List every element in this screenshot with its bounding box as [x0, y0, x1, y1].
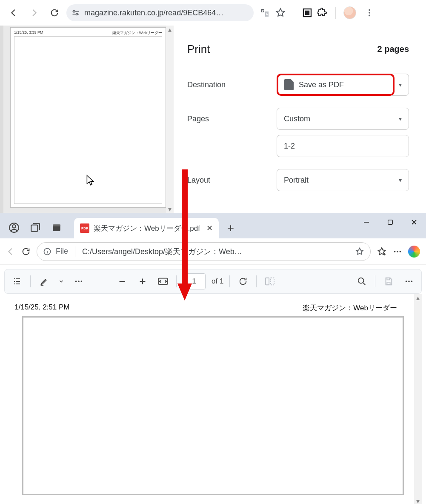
- chevron-down-icon: ▾: [399, 177, 402, 183]
- pdf-doc-title: 楽天マガジン：Webリーダー: [303, 303, 397, 313]
- svg-point-26: [411, 281, 413, 282]
- zoom-in-icon[interactable]: [135, 274, 150, 289]
- chrome-toolbar: magazine.rakuten.co.jp/read/9ECB464…: [0, 0, 426, 26]
- pages-range-value: 1-2: [284, 142, 295, 151]
- chrome-window: magazine.rakuten.co.jp/read/9ECB464…: [0, 0, 426, 213]
- edge-titlebar: PDF 楽天マガジン：Webリーダー.pdf ✕: [0, 213, 426, 238]
- svg-point-24: [406, 281, 407, 282]
- site-settings-icon[interactable]: [71, 9, 80, 17]
- minimize-button[interactable]: [355, 213, 378, 232]
- reload-button[interactable]: [21, 247, 31, 256]
- scroll-down-icon[interactable]: ▾: [414, 497, 422, 504]
- destination-label: Destination: [187, 80, 277, 89]
- scroll-up-icon[interactable]: ▴: [414, 294, 422, 301]
- svg-point-19: [81, 281, 83, 282]
- extensions-icon[interactable]: [317, 8, 328, 18]
- preview-scrollbar[interactable]: ▴ ▾: [166, 26, 174, 213]
- toolbar-right: [260, 6, 374, 19]
- svg-point-1: [76, 13, 77, 15]
- menu-icon[interactable]: [365, 8, 374, 17]
- close-tab-icon[interactable]: ✕: [206, 223, 213, 233]
- edge-toolbar: File C:/Users/angel/Desktop/楽天マガジン：Web…: [0, 238, 426, 265]
- window-controls: [355, 213, 426, 232]
- print-preview: 1/15/25, 3:39 PM 楽天マガジン：Webリーダー ▴ ▾: [0, 26, 174, 213]
- print-dialog: 1/15/25, 3:39 PM 楽天マガジン：Webリーダー ▴ ▾ Prin…: [0, 26, 426, 213]
- pdf-scrollbar[interactable]: ▴ ▾: [414, 294, 422, 504]
- star-icon[interactable]: [355, 247, 364, 256]
- collections-icon[interactable]: [51, 222, 62, 233]
- print-title: Print: [187, 43, 210, 56]
- profile-avatar[interactable]: [343, 6, 356, 19]
- maximize-button[interactable]: [378, 213, 402, 232]
- pages-range-input[interactable]: 1-2: [277, 135, 409, 157]
- more-icon[interactable]: [393, 247, 402, 256]
- page-total: of 1: [212, 277, 223, 286]
- new-tab-button[interactable]: [222, 220, 239, 237]
- fit-width-icon[interactable]: [156, 274, 170, 289]
- preview-timestamp: 1/15/25, 3:39 PM: [14, 30, 43, 34]
- forward-button[interactable]: [26, 4, 43, 21]
- pdf-viewer[interactable]: 1/15/25, 2:51 PM 楽天マガジン：Webリーダー ▴ ▾: [4, 294, 422, 504]
- edge-address-bar[interactable]: File C:/Users/angel/Desktop/楽天マガジン：Web…: [37, 242, 371, 261]
- pages-mode-value: Custom: [284, 115, 310, 123]
- svg-rect-21: [266, 278, 269, 285]
- profile-icon[interactable]: [9, 222, 20, 233]
- back-button[interactable]: [5, 4, 22, 21]
- chevron-down-icon[interactable]: [57, 274, 66, 289]
- svg-point-4: [369, 9, 370, 11]
- preview-page[interactable]: 1/15/25, 3:39 PM 楽天マガジン：Webリーダー: [10, 27, 166, 208]
- print-options-panel: Print 2 pages Destination Save as PDF ▾ …: [174, 26, 426, 213]
- svg-rect-9: [31, 225, 37, 232]
- svg-point-18: [78, 281, 80, 282]
- svg-rect-12: [388, 220, 393, 225]
- translate-icon[interactable]: [260, 8, 270, 18]
- search-icon[interactable]: [355, 274, 369, 289]
- svg-point-23: [358, 278, 364, 284]
- layout-label: Layout: [187, 176, 277, 185]
- svg-point-15: [397, 251, 398, 252]
- more-icon[interactable]: [402, 274, 416, 289]
- reload-button[interactable]: [46, 4, 63, 21]
- page-number-value: 1: [192, 277, 196, 286]
- scroll-up-icon[interactable]: ▴: [166, 26, 174, 33]
- info-icon[interactable]: [43, 247, 51, 256]
- svg-point-0: [73, 11, 75, 12]
- more-tools-icon[interactable]: [71, 274, 86, 289]
- reader-icon[interactable]: [302, 8, 312, 18]
- destination-value: Save as PDF: [299, 80, 344, 89]
- bookmark-icon[interactable]: [275, 7, 286, 18]
- pdf-timestamp: 1/15/25, 2:51 PM: [14, 303, 69, 313]
- zoom-out-icon[interactable]: [115, 274, 129, 289]
- separator: [335, 7, 336, 19]
- workspaces-icon[interactable]: [30, 222, 41, 233]
- pages-mode-select[interactable]: Custom ▾: [277, 108, 409, 130]
- save-icon[interactable]: [381, 274, 396, 289]
- edge-window: PDF 楽天マガジン：Webリーダー.pdf ✕ File C:/Users/a…: [0, 213, 426, 504]
- svg-point-25: [408, 281, 410, 282]
- destination-dropdown-chevron[interactable]: ▾: [392, 74, 409, 96]
- contents-icon[interactable]: [10, 274, 24, 289]
- svg-point-17: [75, 281, 77, 282]
- page-view-icon[interactable]: [263, 274, 277, 289]
- address-bar[interactable]: magazine.rakuten.co.jp/read/9ECB464…: [66, 4, 254, 21]
- pages-label: Pages: [187, 115, 277, 123]
- svg-point-6: [369, 15, 370, 17]
- back-button[interactable]: [6, 247, 15, 256]
- browser-tab[interactable]: PDF 楽天マガジン：Webリーダー.pdf ✕: [74, 218, 219, 238]
- layout-select[interactable]: Portrait ▾: [277, 169, 409, 191]
- close-window-button[interactable]: [402, 213, 426, 232]
- destination-select[interactable]: Save as PDF: [277, 74, 395, 96]
- pdf-badge-icon: PDF: [80, 223, 89, 233]
- page-count: 2 pages: [377, 44, 409, 54]
- copilot-icon[interactable]: [408, 246, 420, 258]
- chevron-down-icon: ▾: [399, 115, 402, 122]
- highlight-icon[interactable]: [37, 274, 51, 289]
- rotate-icon[interactable]: [236, 274, 250, 289]
- pdf-file-icon: [284, 79, 294, 90]
- url-text: magazine.rakuten.co.jp/read/9ECB464…: [84, 9, 223, 17]
- favorites-icon[interactable]: [377, 246, 387, 257]
- svg-rect-22: [271, 278, 274, 285]
- scroll-down-icon[interactable]: ▾: [166, 205, 174, 213]
- page-number-input[interactable]: 1: [183, 273, 206, 289]
- tab-title: 楽天マガジン：Webリーダー.pdf: [94, 223, 200, 233]
